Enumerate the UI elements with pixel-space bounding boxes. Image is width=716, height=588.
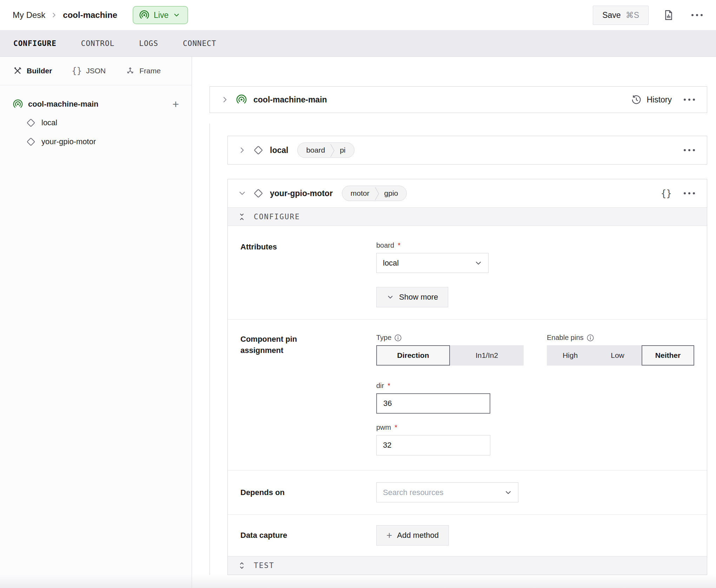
breadcrumb-chevron-icon (50, 11, 58, 19)
resource-tree: cool-machine-main + local your-gpio-moto… (0, 85, 192, 151)
board-field-label: board * (376, 241, 694, 249)
tree-item-local[interactable]: local (13, 113, 179, 132)
save-label: Save (602, 11, 621, 20)
add-component-button[interactable]: + (172, 99, 179, 110)
enable-option-neither[interactable]: Neither (642, 345, 694, 366)
pwm-field-label: pwm * (376, 423, 694, 432)
info-icon[interactable] (394, 334, 402, 342)
tab-connect[interactable]: CONNECT (182, 36, 217, 51)
tab-frame[interactable]: Frame (125, 66, 161, 76)
pin-assignment-heading: Component pin assignment (240, 334, 325, 455)
history-clock-icon (631, 94, 642, 105)
breadcrumb-location[interactable]: My Desk (13, 10, 45, 20)
data-capture-heading: Data capture (240, 530, 376, 541)
machine-name: cool-machine (63, 10, 117, 20)
depends-on-placeholder: Search resources (383, 488, 504, 497)
type-label: Type (376, 334, 524, 342)
chevron-down-icon (173, 11, 180, 19)
file-chart-icon (663, 9, 675, 21)
tree-item-label: local (41, 118, 57, 127)
top-bar: My Desk cool-machine Live Save ⌘S (0, 0, 716, 30)
machine-part-more-menu[interactable] (681, 96, 698, 103)
machine-status-label: Live (154, 11, 168, 20)
type-option-in1in2[interactable]: In1/In2 (450, 345, 524, 366)
pwm-pin-input[interactable] (376, 435, 490, 455)
resource-type-tag: board pi (297, 142, 354, 158)
attributes-heading: Attributes (240, 241, 376, 307)
add-method-label: Add method (397, 531, 439, 540)
edit-json-button[interactable]: {} (661, 188, 672, 199)
pin-assignment-section: Component pin assignment Type (228, 319, 707, 470)
machine-metrics-button[interactable] (661, 7, 677, 23)
machine-nav-tabs: CONFIGURE CONTROL LOGS CONNECT (0, 30, 716, 57)
resource-title: your-gpio-motor (270, 189, 333, 198)
broadcast-icon (236, 94, 247, 105)
depends-on-section: Depends on Search resources (228, 470, 707, 514)
braces-icon: {} (72, 66, 82, 76)
configure-section-bar[interactable]: CONFIGURE (228, 207, 707, 226)
resource-more-menu[interactable] (681, 189, 698, 197)
tab-builder-label: Builder (27, 67, 52, 75)
save-shortcut: ⌘S (626, 11, 639, 20)
plus-icon: + (386, 530, 392, 540)
enable-pins-toggle-group: Enable pins High Low Neither (547, 334, 694, 366)
resource-type-tag: motor gpio (342, 186, 407, 201)
save-button[interactable]: Save ⌘S (593, 6, 649, 25)
tab-configure[interactable]: CONFIGURE (13, 36, 57, 51)
tab-control[interactable]: CONTROL (80, 36, 115, 51)
type-option-direction[interactable]: Direction (376, 345, 450, 366)
tag-divider-chevron (330, 143, 336, 158)
chevron-down-icon (474, 259, 483, 267)
nested-resources: local board pi (210, 123, 707, 575)
history-button[interactable]: History (631, 94, 672, 105)
test-section-label: TEST (254, 561, 274, 570)
tree-root-label: cool-machine-main (28, 100, 98, 109)
required-marker: * (387, 382, 390, 390)
tree-item-your-gpio-motor[interactable]: your-gpio-motor (13, 132, 179, 151)
tag-model: pi (336, 143, 354, 158)
collapse-section-icon (238, 213, 246, 221)
test-section-bar[interactable]: TEST (228, 556, 707, 575)
diamond-icon (26, 118, 36, 128)
show-more-label: Show more (399, 293, 438, 302)
data-capture-section: Data capture + Add method (228, 514, 707, 556)
view-mode-tabs: Builder {} JSON Frame (0, 57, 192, 85)
tab-builder[interactable]: Builder (13, 66, 52, 76)
type-toggle-group: Type Direction In1/In2 (376, 334, 524, 366)
depends-on-select[interactable]: Search resources (376, 482, 518, 502)
broadcast-icon (13, 99, 23, 109)
tools-icon (13, 66, 22, 76)
depends-on-heading: Depends on (240, 487, 376, 498)
collapse-chevron-down-icon[interactable] (238, 189, 247, 198)
diamond-icon (26, 137, 36, 147)
machine-part-card: cool-machine-main History (210, 86, 707, 113)
resource-more-menu[interactable] (681, 146, 698, 154)
chevron-down-icon (504, 488, 512, 497)
machine-part-title: cool-machine-main (253, 95, 327, 105)
tree-root-machine-part[interactable]: cool-machine-main + (13, 95, 179, 113)
resource-title: local (270, 146, 288, 155)
expand-chevron-right-icon[interactable] (220, 95, 230, 104)
broadcast-icon (139, 10, 150, 20)
board-select[interactable]: local (376, 253, 489, 273)
expand-chevron-right-icon[interactable] (238, 146, 247, 155)
info-icon[interactable] (586, 334, 594, 342)
tag-model: gpio (380, 186, 407, 201)
add-method-button[interactable]: + Add method (376, 525, 449, 546)
dir-field-label: dir * (376, 382, 694, 390)
configure-sidebar: Builder {} JSON Frame (0, 57, 192, 588)
topbar-more-menu[interactable] (689, 11, 705, 19)
resource-card-your-gpio-motor: your-gpio-motor motor gpio {} (227, 179, 707, 575)
tag-type: board (298, 143, 330, 158)
tab-json[interactable]: {} JSON (72, 66, 106, 76)
dir-pin-input[interactable] (376, 393, 490, 414)
machine-status-badge[interactable]: Live (133, 6, 188, 24)
diamond-icon (253, 145, 264, 155)
enable-option-high[interactable]: High (547, 345, 594, 366)
tab-logs[interactable]: LOGS (138, 36, 159, 51)
board-select-value: local (383, 259, 474, 268)
enable-option-low[interactable]: Low (594, 345, 642, 366)
show-more-button[interactable]: Show more (376, 287, 448, 307)
resource-card-local: local board pi (227, 136, 707, 165)
builder-canvas: cool-machine-main History (192, 57, 716, 588)
